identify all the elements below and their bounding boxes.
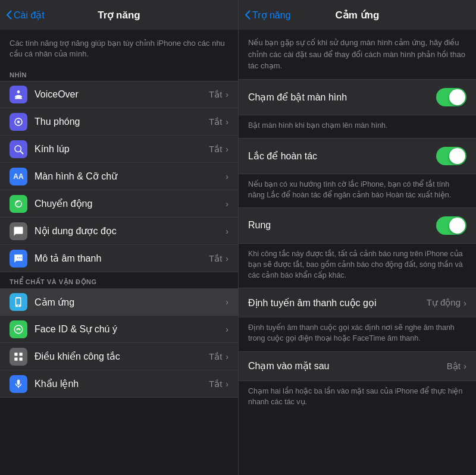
svg-point-0 [17, 91, 20, 94]
menu-item-mo-ta[interactable]: Mô tả âm thanh Tắt › [0, 245, 238, 272]
chuyen-dong-chevron: › [226, 199, 228, 209]
khau-lenh-chevron: › [226, 379, 228, 389]
noi-dung-chevron: › [226, 227, 228, 236]
right-intro-text: Nếu bạn gặp sự cố khi sử dụng màn hình c… [239, 30, 476, 79]
cham-mat-sau-value-container: Bật › [447, 361, 466, 372]
svg-line-4 [20, 151, 23, 153]
menu-item-thu-phong[interactable]: Thu phóng Tắt › [0, 108, 238, 136]
dinh-tuyen-label: Định tuyến âm thanh cuộc gọi [248, 297, 376, 309]
nhin-group: VoiceOver Tắt › Thu phóng Tắt › Kính lúp… [0, 81, 238, 272]
mo-ta-label: Mô tả âm thanh [35, 253, 209, 264]
thu-phong-value: Tắt [209, 117, 222, 127]
left-intro-text: Các tính năng trợ năng giúp bạn tùy chỉn… [0, 30, 238, 65]
lac-hoan-tac-toggle[interactable] [436, 147, 466, 165]
menu-item-voiceover[interactable]: VoiceOver Tắt › [0, 81, 238, 108]
the-chat-group: Cảm ứng › Face ID & Sự chú ý › Điều khiể… [0, 288, 238, 398]
menu-item-noi-dung[interactable]: Nội dung được đọc › [0, 218, 238, 245]
section-the-chat-label: THỂ CHẤT VÀ VẬN ĐỘNG [0, 272, 238, 288]
svg-rect-7 [14, 357, 17, 360]
dinh-tuyen-desc: Định tuyến âm thanh cuộc gọi xác định nơ… [239, 317, 476, 351]
face-id-chevron: › [226, 325, 228, 334]
menu-item-chuyen-dong[interactable]: Chuyển động › [0, 190, 238, 218]
lac-hoan-tac-desc: Nếu bạn có xu hướng tình cờ lắc iPhone, … [239, 174, 476, 207]
face-id-label: Face ID & Sự chú ý [35, 323, 226, 335]
khau-lenh-icon [10, 375, 27, 393]
cham-mat-sau-chevron: › [464, 361, 466, 371]
right-back-label: Trợ năng [252, 10, 291, 21]
noi-dung-icon [10, 222, 27, 240]
cham-bat-man-hinh-row[interactable]: Chạm để bật màn hình [239, 79, 476, 115]
noi-dung-label: Nội dung được đọc [35, 225, 226, 237]
svg-point-2 [17, 121, 20, 124]
menu-item-man-hinh[interactable]: AA Màn hình & Cỡ chữ › [0, 163, 238, 190]
man-hinh-chevron: › [226, 172, 228, 181]
svg-rect-8 [20, 357, 23, 360]
section-nhin-label: NHÌN [0, 65, 238, 81]
kinh-lup-icon [10, 140, 27, 158]
mo-ta-chevron: › [226, 254, 228, 263]
thu-phong-label: Thu phóng [35, 117, 209, 127]
thu-phong-chevron: › [226, 117, 228, 127]
right-panel: Trợ năng Cảm ứng Nếu bạn gặp sự cố khi s… [238, 0, 476, 475]
man-hinh-label: Màn hình & Cỡ chữ [35, 171, 226, 182]
chuyen-dong-icon [10, 195, 27, 213]
cam-ung-icon [10, 293, 27, 311]
cham-bat-man-hinh-toggle[interactable] [436, 88, 466, 106]
kinh-lup-label: Kính lúp [35, 144, 209, 155]
dinh-tuyen-value: Tự động [427, 297, 461, 308]
cam-ung-chevron: › [226, 297, 228, 307]
cham-bat-man-hinh-label: Chạm để bật màn hình [248, 92, 347, 103]
cham-mat-sau-desc: Chạm hai lần hoặc ba lần vào mặt sau của… [239, 381, 476, 414]
voiceover-icon [10, 86, 27, 103]
menu-item-kinh-lup[interactable]: Kính lúp Tắt › [0, 136, 238, 163]
dieu-khien-value: Tắt [209, 351, 222, 362]
lac-hoan-tac-label: Lắc để hoàn tác [248, 150, 317, 162]
thu-phong-icon [10, 113, 27, 131]
khau-lenh-value: Tắt [209, 379, 222, 389]
right-back-button[interactable]: Trợ năng [245, 10, 291, 21]
voiceover-label: VoiceOver [35, 89, 209, 100]
left-header: Cài đặt Trợ năng [0, 0, 238, 30]
rung-row[interactable]: Rung [239, 207, 476, 244]
man-hinh-icon: AA [10, 168, 27, 185]
menu-item-khau-lenh[interactable]: Khẩu lệnh Tắt › [0, 370, 238, 398]
left-back-button[interactable]: Cài đặt [6, 10, 45, 21]
cham-mat-sau-row[interactable]: Chạm vào mặt sau Bật › [239, 351, 476, 381]
menu-item-cam-ung[interactable]: Cảm ứng › [0, 288, 238, 316]
rung-label: Rung [248, 220, 271, 231]
left-header-title: Trợ năng [98, 9, 140, 21]
dieu-khien-icon [10, 348, 27, 366]
face-id-icon [10, 320, 27, 338]
lac-hoan-tac-row[interactable]: Lắc để hoàn tác [239, 138, 476, 174]
dinh-tuyen-value-container: Tự động › [427, 297, 466, 308]
menu-item-face-id[interactable]: Face ID & Sự chú ý › [0, 316, 238, 343]
mo-ta-value: Tắt [209, 253, 222, 264]
left-panel: Cài đặt Trợ năng Các tính năng trợ năng … [0, 0, 238, 475]
right-header: Trợ năng Cảm ứng [239, 0, 476, 30]
cam-ung-label: Cảm ứng [35, 297, 226, 308]
kinh-lup-value: Tắt [209, 144, 222, 155]
cham-bat-man-hinh-desc: Bật màn hình khi bạn chạm lên màn hình. [239, 115, 476, 138]
voiceover-chevron: › [226, 90, 228, 99]
dinh-tuyen-chevron: › [464, 298, 466, 308]
svg-rect-5 [14, 353, 17, 356]
khau-lenh-label: Khẩu lệnh [35, 378, 209, 389]
dieu-khien-label: Điều khiển công tắc [35, 351, 209, 362]
cham-mat-sau-label: Chạm vào mặt sau [248, 360, 329, 372]
rung-desc: Khi công tắc này được tắt, tất cả cảnh b… [239, 244, 476, 288]
dieu-khien-chevron: › [226, 352, 228, 361]
svg-rect-6 [20, 353, 23, 356]
rung-toggle[interactable] [436, 216, 466, 235]
kinh-lup-chevron: › [226, 144, 228, 154]
left-back-label: Cài đặt [14, 10, 45, 21]
cham-mat-sau-value: Bật [447, 361, 461, 372]
right-header-title: Cảm ứng [336, 9, 380, 21]
voiceover-value: Tắt [209, 89, 222, 100]
menu-item-dieu-khien[interactable]: Điều khiển công tắc Tắt › [0, 343, 238, 370]
chuyen-dong-label: Chuyển động [35, 198, 226, 209]
dinh-tuyen-row[interactable]: Định tuyến âm thanh cuộc gọi Tự động › [239, 288, 476, 317]
mo-ta-icon [10, 250, 27, 268]
